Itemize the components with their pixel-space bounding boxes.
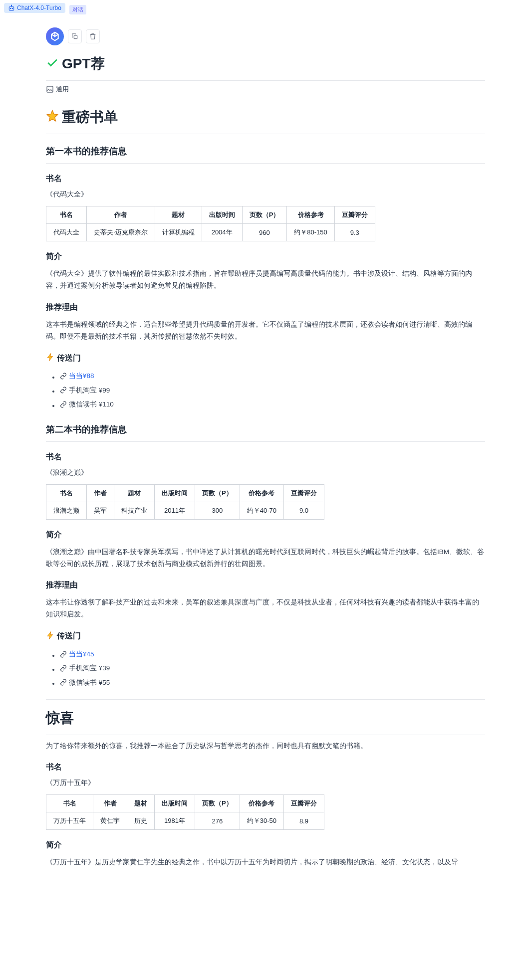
robot-icon (8, 4, 15, 11)
heading-intro: 简介 (46, 530, 485, 540)
heading-portal: 传送门 (46, 631, 485, 642)
heading-reason: 推荐理由 (46, 580, 485, 590)
table-row: 浪潮之巅 吴军 科技产业 2011年 300 约￥40-70 9.0 (46, 502, 324, 519)
heading-book-name: 书名 (46, 762, 485, 773)
divider (46, 699, 485, 700)
delete-button[interactable] (86, 29, 100, 43)
book2-reason: 这本书让你透彻了解科技产业的过去和未来，吴军的叙述兼具深度与广度，不仅是科技从业… (46, 596, 485, 621)
model-tab[interactable]: ChatX-4.0-Turbo (4, 3, 65, 13)
link-icon (60, 679, 67, 686)
weread-text: 微信读书 ¥110 (69, 398, 114, 411)
table-header-row: 书名 作者 题材 出版时间 页数（P） 价格参考 豆瓣评分 (46, 484, 324, 502)
heading-reason: 推荐理由 (46, 302, 485, 313)
message-content: GPT荐 通用 重磅书单 第一本书的推荐信息 书名 《代码大全》 书名 作者 题… (36, 27, 495, 869)
list-item: 微信读书 ¥110 (60, 398, 485, 412)
list-item: 手机淘宝 ¥99 (60, 384, 485, 398)
surprise-intro: 为了给你带来额外的惊喜，我推荐一本融合了历史纵深与哲学思考的杰作，同时也具有幽默… (46, 740, 485, 752)
copy-icon (71, 33, 78, 40)
surprise-desc: 《万历十五年》是历史学家黄仁宇先生的经典之作，书中以万历十五年为时间切片，揭示了… (46, 856, 485, 868)
heading-book-name: 书名 (46, 174, 485, 184)
trash-icon (89, 33, 96, 40)
divider (46, 441, 485, 442)
book2-table: 书名 作者 题材 出版时间 页数（P） 价格参考 豆瓣评分 浪潮之巅 吴军 科技… (46, 484, 324, 520)
th-rating: 豆瓣评分 (334, 206, 375, 224)
message-header (46, 27, 485, 45)
model-tab-label: ChatX-4.0-Turbo (17, 4, 61, 11)
th-pubtime: 出版时间 (202, 206, 242, 224)
th-author: 作者 (93, 795, 127, 812)
th-rating: 豆瓣评分 (283, 484, 324, 502)
link-icon (60, 373, 67, 380)
heading-intro: 简介 (46, 251, 485, 262)
th-price: 价格参考 (240, 484, 283, 502)
svg-point-1 (10, 8, 11, 9)
svg-rect-6 (47, 86, 53, 92)
heading-booklist: 重磅书单 (46, 108, 485, 127)
svg-point-4 (11, 5, 11, 5)
book1-title: 《代码大全》 (46, 190, 485, 199)
divider (46, 163, 485, 164)
heading-gpt: GPT荐 (46, 54, 485, 73)
divider (46, 134, 485, 134)
th-pages: 页数（P） (195, 484, 240, 502)
th-subject: 题材 (114, 484, 155, 502)
bolt-icon (46, 631, 55, 642)
th-pages: 页数（P） (195, 795, 240, 812)
th-author: 作者 (87, 206, 155, 224)
table-row: 万历十五年 黄仁宇 历史 1981年 276 约￥30-50 8.9 (46, 812, 324, 830)
list-item: 微信读书 ¥55 (60, 676, 485, 690)
heading-portal: 传送门 (46, 353, 485, 364)
book1-table: 书名 作者 题材 出版时间 页数（P） 价格参考 豆瓣评分 代码大全 史蒂夫·迈… (46, 206, 375, 241)
surprise-title: 《万历十五年》 (46, 779, 485, 787)
list-item: 手机淘宝 ¥39 (60, 662, 485, 676)
th-pubtime: 出版时间 (155, 484, 195, 502)
th-subject: 题材 (127, 795, 155, 812)
th-price: 价格参考 (240, 795, 283, 812)
book1-links: 当当¥88 手机淘宝 ¥99 微信读书 ¥110 (46, 370, 485, 412)
divider (46, 80, 485, 81)
broken-image-icon (46, 85, 54, 93)
svg-point-2 (12, 8, 12, 9)
list-item: 当当¥88 (60, 370, 485, 384)
book2-intro: 《浪潮之巅》由中国著名科技专家吴军撰写，书中详述了从计算机的曙光时代到互联网时代… (46, 546, 485, 571)
conversation-badge: 对话 (69, 5, 86, 14)
heading-surprise: 惊喜 (46, 709, 485, 728)
th-name: 书名 (46, 795, 93, 812)
heading-intro: 简介 (46, 840, 485, 850)
link-icon (60, 665, 67, 672)
book1-reason: 这本书是编程领域的经典之作，适合那些希望提升代码质量的开发者。它不仅涵盖了编程的… (46, 319, 485, 343)
table-row: 代码大全 史蒂夫·迈克康奈尔 计算机编程 2004年 960 约￥80-150 … (46, 224, 375, 241)
th-pages: 页数（P） (242, 206, 287, 224)
heading-book1-section: 第一本书的推荐信息 (46, 145, 485, 157)
link-icon (60, 387, 67, 393)
svg-rect-5 (74, 35, 77, 38)
dangdang-link[interactable]: 当当¥45 (69, 648, 94, 661)
copy-button[interactable] (68, 29, 82, 43)
table-header-row: 书名 作者 题材 出版时间 页数（P） 价格参考 豆瓣评分 (46, 206, 375, 224)
taobao-text: 手机淘宝 ¥39 (69, 662, 110, 675)
divider (46, 735, 485, 735)
dangdang-link[interactable]: 当当¥88 (69, 370, 94, 383)
link-icon (60, 651, 67, 658)
th-price: 价格参考 (287, 206, 334, 224)
th-author: 作者 (87, 484, 114, 502)
table-header-row: 书名 作者 题材 出版时间 页数（P） 价格参考 豆瓣评分 (46, 795, 324, 812)
book2-links: 当当¥45 手机淘宝 ¥39 微信读书 ¥55 (46, 648, 485, 690)
book2-title: 《浪潮之巅》 (46, 468, 485, 477)
book1-intro: 《代码大全》提供了软件编程的最佳实践和技术指南，旨在帮助程序员提高编写高质量代码… (46, 268, 485, 292)
th-name: 书名 (46, 484, 87, 502)
th-pubtime: 出版时间 (155, 795, 195, 812)
weread-text: 微信读书 ¥55 (69, 676, 110, 689)
bolt-icon (46, 353, 55, 364)
assistant-avatar (46, 27, 64, 45)
taobao-text: 手机淘宝 ¥99 (69, 384, 110, 397)
th-rating: 豆瓣评分 (283, 795, 324, 812)
heading-book-name: 书名 (46, 452, 485, 462)
list-item: 当当¥45 (60, 648, 485, 662)
link-icon (60, 401, 67, 408)
star-icon (46, 109, 59, 126)
check-icon (46, 56, 59, 72)
tab-bar: ChatX-4.0-Turbo 对话 (0, 0, 531, 17)
th-subject: 题材 (155, 206, 202, 224)
th-name: 书名 (46, 206, 87, 224)
